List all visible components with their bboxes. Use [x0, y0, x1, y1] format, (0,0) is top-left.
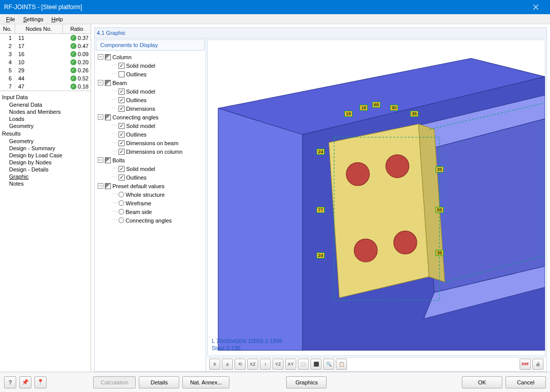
graphic-canvas[interactable]: 19 18 68 30 35 24 77 24 35 55 35 L 70x50… [207, 39, 545, 356]
table-row[interactable]: 6440.52 [0, 74, 91, 82]
cancel-button[interactable]: Cancel [505, 376, 546, 388]
close-button[interactable] [526, 0, 546, 14]
nav-tree: Input Data General DataNodes and Members… [0, 91, 91, 372]
svg-marker-1 [218, 108, 303, 351]
check-icon [70, 83, 76, 90]
check-icon [70, 35, 76, 41]
nav-item[interactable]: Geometry [2, 138, 89, 145]
toolbar-btn-dxf[interactable]: DXF [520, 359, 531, 370]
toolbar-btn-xz[interactable]: XZ [247, 359, 258, 370]
table-row[interactable]: 3160.09 [0, 50, 91, 58]
expand-icon[interactable]: − [98, 183, 103, 189]
toolbar-btn-rotate[interactable]: ⟲ [234, 359, 246, 370]
components-header: Components to Display [96, 39, 205, 51]
checkbox[interactable] [119, 175, 125, 181]
window-title: RF-JOINTS - [Steel platform] [4, 4, 82, 11]
check-icon [70, 51, 76, 57]
toolbar-btn-copy[interactable]: 📋 [336, 359, 347, 370]
toolbar-btn-x[interactable]: X [209, 359, 220, 370]
menu-settings[interactable]: Settings [19, 15, 48, 23]
radio[interactable] [119, 192, 124, 197]
graphics-button[interactable]: Graphics [286, 376, 327, 388]
titlebar: RF-JOINTS - [Steel platform] [0, 0, 550, 14]
nat-annex-button[interactable]: Nat. Annex... [182, 376, 229, 388]
checkbox[interactable] [119, 140, 125, 146]
model-3d [208, 40, 545, 356]
checkbox[interactable] [105, 183, 111, 189]
nav-item[interactable]: Loads [2, 115, 89, 122]
checkbox[interactable] [119, 132, 125, 138]
toolbar-btn-wire[interactable]: ⬚ [298, 359, 309, 370]
nav-input-data: Input Data [2, 93, 89, 101]
nav-results: Results [2, 129, 89, 138]
toolbar-btn-print[interactable]: 🖨 [532, 359, 543, 370]
checkbox[interactable] [119, 106, 125, 112]
table-row[interactable]: 4100.20 [0, 58, 91, 66]
expand-icon[interactable]: − [98, 54, 103, 60]
toolbar-btn-solid[interactable]: ⬛ [310, 359, 322, 370]
table-row[interactable]: 7470.18 [0, 82, 91, 91]
checkbox[interactable] [119, 89, 125, 95]
toolbar-btn-yz[interactable]: YZ [272, 359, 284, 370]
nodes-table: No. Nodes No. Ratio 1110.372170.473160.0… [0, 24, 91, 91]
nav-item[interactable]: Geometry [2, 122, 89, 129]
menu-help[interactable]: Help [48, 15, 67, 23]
checkbox[interactable] [119, 166, 125, 172]
check-icon [70, 59, 76, 65]
expand-icon[interactable]: − [98, 114, 103, 120]
expand-icon[interactable]: − [98, 157, 103, 163]
nav-item[interactable]: Notes [2, 180, 89, 187]
nav-item[interactable]: Graphic [2, 173, 89, 180]
th-ratio: Ratio [63, 24, 91, 33]
dim-label: 24 [317, 252, 325, 258]
graphic-view-container: 19 18 68 30 35 24 77 24 35 55 35 L 70x50… [206, 38, 546, 371]
nav-item[interactable]: General Data [2, 101, 89, 108]
radio[interactable] [119, 209, 124, 214]
expand-icon[interactable]: − [98, 80, 103, 85]
toolbar-btn-zoom[interactable]: 🔍 [323, 359, 334, 370]
radio[interactable] [119, 217, 124, 223]
th-no: No. [0, 24, 15, 33]
details-button[interactable]: Details [139, 376, 179, 388]
pin2-button[interactable]: 📍 [34, 376, 47, 388]
table-row[interactable]: 5290.26 [0, 66, 91, 74]
checkbox[interactable] [105, 114, 111, 120]
checkbox[interactable] [119, 97, 125, 103]
view-toolbar: X a ⟲ XZ ↕ YZ XY ⬚ ⬛ 🔍 📋 DXF 🖨 [207, 357, 545, 370]
check-icon [70, 75, 76, 81]
svg-point-11 [394, 231, 417, 254]
ok-button[interactable]: OK [462, 376, 502, 388]
checkbox[interactable] [119, 71, 125, 77]
th-nodes: Nodes No. [15, 24, 63, 33]
checkbox[interactable] [119, 149, 125, 155]
toolbar-btn-flip[interactable]: ↕ [260, 359, 271, 370]
checkbox[interactable] [105, 54, 111, 60]
nav-item[interactable]: Design - Summary [2, 145, 89, 152]
radio[interactable] [119, 200, 124, 206]
dim-label: 35 [436, 250, 444, 256]
check-icon [70, 43, 76, 49]
checkbox[interactable] [105, 157, 111, 163]
checkbox[interactable] [119, 63, 125, 69]
dim-label: 68 [372, 102, 380, 108]
nav-item[interactable]: Design - Details [2, 166, 89, 173]
dim-label: 24 [317, 149, 325, 155]
calculation-button[interactable]: Calculation [93, 376, 136, 388]
help-button[interactable]: ? [4, 376, 16, 388]
toolbar-btn-xy[interactable]: XY [285, 359, 296, 370]
table-row[interactable]: 2170.47 [0, 42, 91, 50]
table-row[interactable]: 1110.37 [0, 34, 91, 42]
nav-item[interactable]: Design by Nodes [2, 159, 89, 166]
panel-title: 4.1 Graphic [94, 27, 547, 38]
nav-item[interactable]: Nodes and Members [2, 108, 89, 115]
dim-label: 35 [436, 166, 444, 172]
checkbox[interactable] [105, 80, 111, 86]
nav-item[interactable]: Design by Load Case [2, 152, 89, 159]
menu-file[interactable]: File [2, 15, 19, 23]
dim-label: 19 [344, 111, 352, 117]
pin-button[interactable]: 📌 [19, 376, 31, 388]
menubar: File Settings Help [0, 14, 550, 24]
dim-label: 77 [317, 207, 325, 213]
toolbar-btn-label[interactable]: a [222, 359, 233, 370]
checkbox[interactable] [119, 123, 125, 129]
